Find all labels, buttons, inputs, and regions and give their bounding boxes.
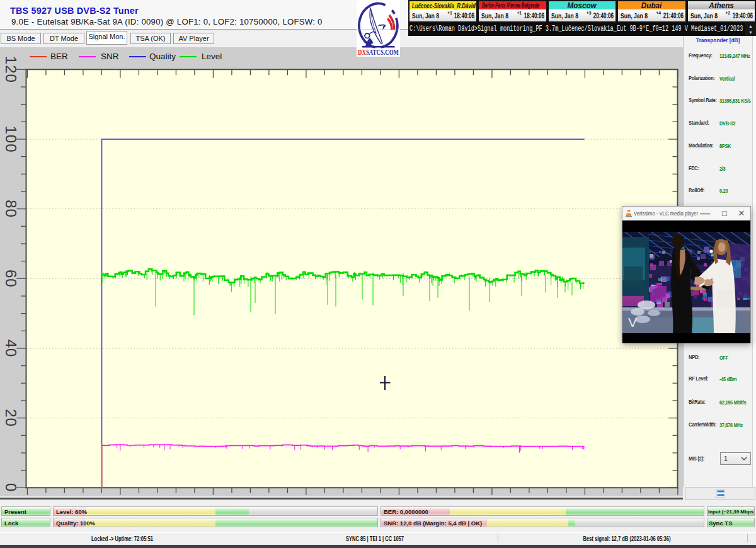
svg-text:80: 80 — [3, 200, 20, 218]
svg-text:100: 100 — [3, 125, 20, 152]
svg-text:DXSATCS.COM: DXSATCS.COM — [358, 47, 399, 57]
svg-text:20: 20 — [3, 409, 20, 427]
svg-text:0: 0 — [3, 483, 20, 492]
svg-text:120: 120 — [3, 56, 20, 83]
svg-text:40: 40 — [3, 340, 20, 358]
svg-text:V: V — [628, 315, 637, 329]
svg-text:60: 60 — [3, 270, 20, 288]
